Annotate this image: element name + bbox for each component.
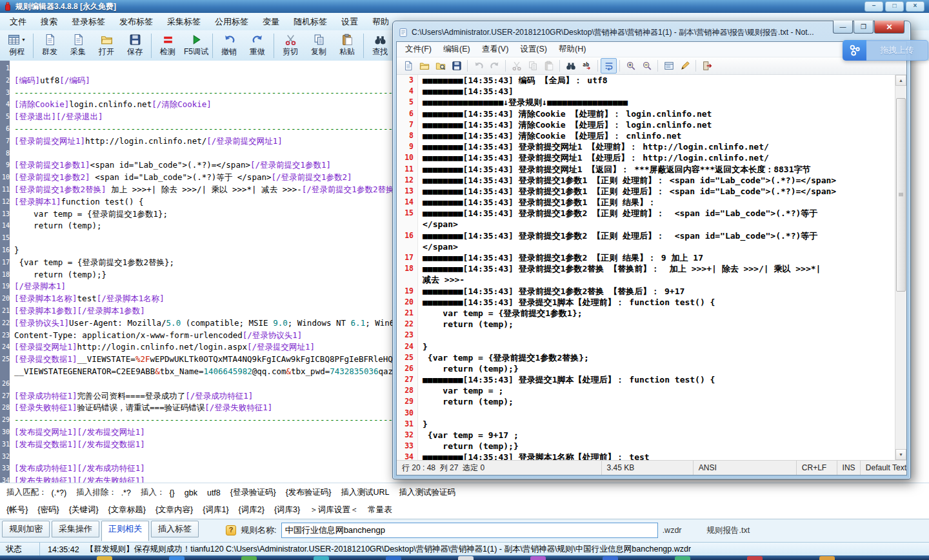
taskbar-icon[interactable]: [530, 556, 546, 560]
notepad-line-number: 31: [397, 419, 418, 430]
insert-tag-2[interactable]: {密码}: [37, 505, 59, 515]
insert-item-12[interactable]: 插入测试验证码: [399, 487, 456, 498]
taskbar-icon[interactable]: [241, 556, 257, 560]
notepad-textarea[interactable]: 3■■■■■■■■[14:35:43] 编码 【全局】： utf84■■■■■■…: [397, 75, 895, 460]
notepad-new-button[interactable]: [400, 58, 416, 74]
notepad-menu-item-2[interactable]: 编辑(E): [437, 42, 476, 57]
toolbar-copy-button[interactable]: 复制: [305, 32, 333, 60]
toolbar-undo-button[interactable]: 撤销: [215, 32, 243, 60]
app-menu-item-2[interactable]: 搜索: [34, 14, 65, 30]
taskbar-icon[interactable]: [97, 556, 112, 560]
insert-tag-9[interactable]: ＞词库设置＜: [310, 505, 358, 515]
notepad-browse-button[interactable]: [432, 58, 448, 74]
app-menu-item-5[interactable]: 采集标签: [160, 14, 208, 30]
notepad-exit-button[interactable]: [699, 58, 715, 74]
app-menu-item-8[interactable]: 随机标签: [286, 14, 334, 30]
insert-item-6[interactable]: {}: [169, 488, 174, 497]
scroll-down-arrow-icon[interactable]: ▼: [895, 449, 906, 460]
line-number: 5: [0, 111, 11, 123]
insert-item-11[interactable]: 插入测试URL: [341, 487, 390, 498]
taskbar-icon[interactable]: [169, 556, 185, 560]
app-menu-item-3[interactable]: 登录标签: [65, 14, 112, 30]
notepad-line-number: [397, 241, 418, 252]
app-menu-item-1[interactable]: 文件: [3, 14, 34, 30]
notepad-word-wrap-button[interactable]: [601, 58, 617, 74]
insert-tag-4[interactable]: {文章标题}: [108, 505, 146, 515]
insert-item-9[interactable]: {登录验证码}: [230, 487, 276, 498]
insert-tag-6[interactable]: {词库1}: [203, 505, 228, 515]
rule-name-group: ? 规则名称: .wzdr 规则报告.txt: [226, 523, 750, 538]
notepad-status-bar: 行 20 : 48 列 27 选定 0 3.45 KB ANSI CR+LF I…: [397, 460, 906, 475]
notepad-menu-item-5[interactable]: 帮助(H): [553, 42, 592, 57]
tab-4[interactable]: 插入标签: [151, 521, 199, 537]
notepad-view-button[interactable]: [661, 58, 677, 74]
notepad-menu-item-3[interactable]: 查看(V): [476, 42, 515, 57]
toolbar-routine-button[interactable]: ▼例程: [3, 32, 31, 60]
taskbar-icon[interactable]: [675, 556, 690, 560]
notepad-line: 17■■■■■■■■[14:35:43] 登录前提交1参数2 【正则 结果】： …: [397, 252, 895, 263]
notepad-menu-item-1[interactable]: 文件(F): [399, 42, 437, 57]
insert-tag-10[interactable]: 常量表: [368, 505, 392, 515]
insert-tag-3[interactable]: {关键词}: [69, 505, 99, 515]
tab-3[interactable]: 正则相关: [101, 521, 149, 541]
toolbar-find-button[interactable]: 查找: [366, 32, 394, 60]
toolbar-save-button[interactable]: 保存: [121, 32, 149, 60]
baidu-upload-widget[interactable]: 拖拽上传: [843, 40, 928, 61]
notepad-save-button[interactable]: [448, 58, 464, 74]
taskbar-icon[interactable]: [603, 556, 618, 560]
notepad-open-button[interactable]: [416, 58, 432, 74]
insert-item-10[interactable]: {发布验证码}: [286, 487, 332, 498]
doc-icon: [72, 34, 85, 46]
maximize-button[interactable]: □: [885, 1, 904, 12]
toolbar-bulk-send-button[interactable]: 群发: [35, 32, 64, 60]
notepad-minimize-button[interactable]: —: [833, 21, 853, 34]
notepad-replace-button[interactable]: ab: [579, 58, 595, 74]
toolbar-open-button[interactable]: 打开: [92, 32, 121, 60]
notepad-line: 10■■■■■■■■[14:35:43] 登录前提交网址1 【处理后】： htt…: [397, 152, 895, 163]
toolbar-f5-debug-button[interactable]: F5调试: [182, 32, 210, 60]
taskbar-icon[interactable]: [314, 556, 329, 560]
insert-item-8[interactable]: utf8: [207, 488, 221, 497]
line-number: 2: [0, 75, 11, 87]
notepad-find-button[interactable]: [563, 58, 579, 74]
scrollbar-thumb[interactable]: [896, 98, 906, 292]
tab-2[interactable]: 采集操作: [52, 521, 99, 537]
insert-tag-5[interactable]: {文章内容}: [155, 505, 193, 515]
app-menu-item-6[interactable]: 公用标签: [208, 14, 255, 30]
insert-item-4[interactable]: .*?: [121, 488, 131, 497]
scroll-up-arrow-icon[interactable]: ▲: [895, 75, 906, 86]
notepad-restore-button[interactable]: ❐: [854, 21, 874, 34]
dropdown-arrow-icon[interactable]: ▼: [21, 37, 26, 42]
taskbar-icon[interactable]: [458, 556, 474, 560]
toolbar-check-button[interactable]: 检测: [154, 32, 182, 60]
toolbar-paste-button[interactable]: 粘贴: [333, 32, 361, 60]
rule-name-input[interactable]: [281, 523, 658, 538]
line-number: 16: [0, 245, 11, 257]
toolbar-redo-button[interactable]: 重做: [243, 32, 272, 60]
app-menu-item-10[interactable]: 帮助: [365, 14, 396, 30]
notepad-close-button[interactable]: ✕: [874, 21, 904, 34]
insert-item-2[interactable]: (.*?): [52, 488, 67, 497]
close-button[interactable]: ×: [906, 1, 924, 12]
notepad-menu-item-4[interactable]: 设置(S): [514, 42, 553, 57]
notepad-zoom-in-button[interactable]: [623, 58, 639, 74]
minimize-button[interactable]: –: [864, 1, 883, 12]
app-menu-item-7[interactable]: 变量: [255, 14, 286, 30]
toolbar-collect-button[interactable]: 采集: [64, 32, 92, 60]
taskbar-icon[interactable]: [819, 556, 835, 560]
app-menu-item-4[interactable]: 发布标签: [112, 14, 160, 30]
toolbar-cut-button[interactable]: 剪切: [276, 32, 305, 60]
notepad-titlebar: C:\Users\Administrator.USER-20181210GR\D…: [399, 25, 828, 40]
help-icon[interactable]: ?: [226, 525, 236, 535]
app-menu-item-9[interactable]: 设置: [334, 14, 365, 30]
insert-tag-1[interactable]: {帐号}: [6, 505, 28, 515]
insert-tag-7[interactable]: {词库2}: [239, 505, 265, 515]
notepad-zoom-out-button[interactable]: [639, 58, 655, 74]
taskbar-icon[interactable]: [747, 556, 763, 560]
notepad-vertical-scrollbar[interactable]: ▲ ▼: [895, 75, 906, 460]
insert-item-7[interactable]: gbk: [185, 488, 197, 497]
tab-1[interactable]: 规则加密: [2, 521, 50, 537]
insert-tag-8[interactable]: {词库3}: [274, 505, 300, 515]
taskbar-icon[interactable]: [386, 556, 401, 560]
notepad-edit-mode-button[interactable]: [677, 58, 693, 74]
